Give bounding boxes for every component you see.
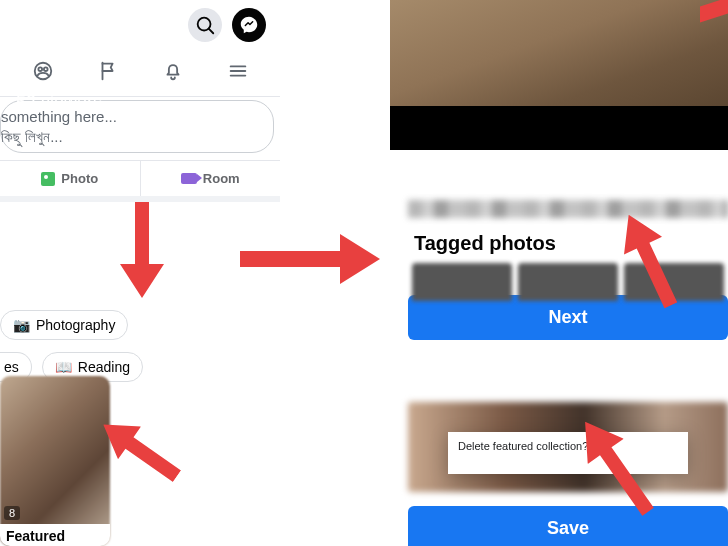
- story-bottom-bar: [390, 106, 728, 150]
- tagged-thumb[interactable]: [412, 263, 512, 301]
- annotation-arrow-down: [120, 202, 164, 302]
- photo-action-label: Photo: [61, 171, 98, 186]
- hobby-partial-label: es: [4, 359, 19, 375]
- search-icon: [194, 14, 216, 36]
- featured-label: Featured: [0, 524, 110, 546]
- tagged-thumb[interactable]: [518, 263, 618, 301]
- tagged-photos-panel: Tagged photos Next: [408, 200, 728, 340]
- top-icon-row: [188, 8, 266, 42]
- messenger-button[interactable]: [232, 8, 266, 42]
- next-button[interactable]: Next: [408, 295, 728, 340]
- annotation-arrow-right: [240, 234, 380, 288]
- story-viewers-label: 52 viewers: [16, 92, 102, 113]
- featured-card[interactable]: 8 Featured: [0, 376, 110, 546]
- notifications-tab[interactable]: [162, 60, 184, 86]
- book-icon: 📖: [55, 359, 72, 375]
- hobby-photography-label: Photography: [36, 317, 115, 333]
- room-action-label: Room: [203, 171, 240, 186]
- svg-point-2: [34, 63, 51, 80]
- svg-point-4: [43, 67, 47, 71]
- featured-count-badge: 8: [4, 506, 20, 520]
- room-action[interactable]: Room: [140, 161, 281, 196]
- hobby-pills: 📷 Photography es 📖 Reading: [0, 310, 143, 382]
- svg-line-1: [209, 29, 214, 34]
- search-button[interactable]: [188, 8, 222, 42]
- hobby-photography[interactable]: 📷 Photography: [0, 310, 128, 340]
- save-panel: Delete featured collection? Save: [408, 402, 728, 546]
- hamburger-icon: [227, 60, 249, 82]
- tagged-photos-header: Tagged photos: [408, 228, 728, 263]
- photo-icon: [41, 172, 55, 186]
- messenger-icon: [238, 14, 260, 36]
- blurred-strip: [408, 200, 728, 218]
- photo-action[interactable]: Photo: [0, 161, 140, 196]
- video-room-icon: [181, 173, 197, 184]
- hobby-reading-label: Reading: [78, 359, 130, 375]
- save-button[interactable]: Save: [408, 506, 728, 546]
- svg-point-3: [38, 67, 42, 71]
- story-annotation-corner: [700, 0, 728, 23]
- menu-tab[interactable]: [227, 60, 249, 86]
- save-button-label: Save: [547, 518, 589, 538]
- next-button-label: Next: [548, 307, 587, 327]
- quick-action-row: Photo Room: [0, 160, 280, 202]
- bell-icon: [162, 60, 184, 82]
- story-viewers-button[interactable]: ︿ 52 viewers: [16, 78, 102, 113]
- camera-icon: 📷: [13, 317, 30, 333]
- composer-placeholder-line2: কিছু লিখুন...: [1, 127, 259, 147]
- chevron-up-icon: ︿: [16, 78, 102, 88]
